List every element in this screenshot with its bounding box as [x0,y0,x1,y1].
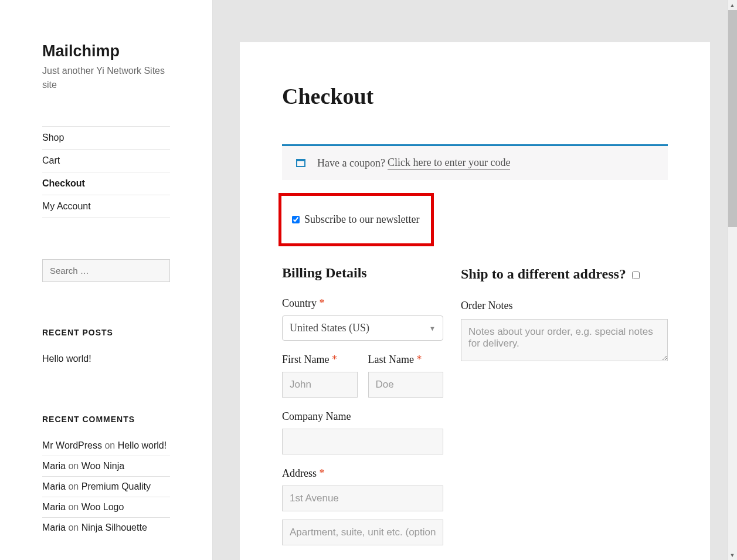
comment-post-link[interactable]: Ninja Silhouette [81,522,147,532]
recent-post-link[interactable]: Hello world! [42,354,91,364]
comment-post-link[interactable]: Woo Ninja [81,461,125,471]
comment-post-link[interactable]: Hello world! [118,440,167,450]
last-name-input[interactable] [368,372,444,398]
country-label: Country * [282,297,443,310]
coupon-text: Have a coupon? [317,157,385,169]
list-item: Maria on Ninja Silhouette [42,518,170,538]
recent-comments-heading: RECENT COMMENTS [42,415,170,424]
comment-on-text: on [66,502,81,512]
list-item: Maria on Premium Quality [42,477,170,497]
address2-input[interactable] [282,520,443,545]
main-area: Checkout Have a coupon? Click here to en… [213,0,737,560]
comment-author-link[interactable]: Mr WordPress [42,440,102,450]
last-name-row: Last Name * [368,354,444,398]
list-item: Maria on Woo Ninja [42,456,170,477]
address-label: Address * [282,467,443,480]
scrollbar-thumb[interactable] [728,10,737,227]
first-name-input[interactable] [282,372,358,398]
comment-author-link[interactable]: Maria [42,502,66,512]
required-asterisk: * [416,354,422,365]
comment-author-link[interactable]: Maria [42,481,66,491]
shipping-column: Ship to a different address? Order Notes [461,265,668,558]
recent-posts-list: Hello world! [42,354,170,369]
search-input[interactable] [42,259,170,282]
ship-different-checkbox[interactable] [632,271,640,279]
country-select[interactable]: United States (US) ▼ [282,315,443,341]
list-item: Maria on Woo Logo [42,497,170,518]
list-item: Mr WordPress on Hello world! [42,440,170,456]
sidebar: Mailchimp Just another Yi Network Sites … [0,0,213,560]
comment-on-text: on [66,481,81,491]
site-title[interactable]: Mailchimp [42,42,170,60]
nav-item-shop[interactable]: Shop [42,133,64,142]
content-card: Checkout Have a coupon? Click here to en… [240,42,710,560]
chevron-down-icon: ▼ [429,325,436,332]
address1-input[interactable] [282,486,443,511]
main-nav: Shop Cart Checkout My Account [42,126,170,218]
comment-post-link[interactable]: Premium Quality [81,481,151,491]
company-input[interactable] [282,429,443,454]
recent-comments-list: Mr WordPress on Hello world! Maria on Wo… [42,440,170,538]
comment-on-text: on [66,461,81,471]
search-box [42,259,170,282]
country-row: Country * United States (US) ▼ [282,297,443,341]
address2-row [282,520,443,545]
scrollbar[interactable]: ▲ ▼ [727,0,737,560]
comment-on-text: on [66,522,81,532]
billing-column: Billing Details Country * United States … [282,265,443,558]
recent-posts-heading: RECENT POSTS [42,328,170,337]
comment-author-link[interactable]: Maria [42,461,66,471]
required-asterisk: * [332,354,337,365]
comment-author-link[interactable]: Maria [42,522,66,532]
required-asterisk: * [320,297,325,309]
comment-post-link[interactable]: Woo Logo [81,502,124,512]
subscribe-highlight: Subscribe to our newsletter [279,193,434,246]
last-name-label: Last Name * [368,354,444,366]
nav-item-checkout[interactable]: Checkout [42,178,85,188]
address-row: Address * [282,467,443,511]
first-name-label: First Name * [282,354,358,366]
checkout-columns: Billing Details Country * United States … [282,265,668,558]
shipping-heading: Ship to a different address? [461,265,668,283]
order-notes-textarea[interactable] [461,319,668,361]
company-row: Company Name [282,410,443,454]
scroll-up-arrow-icon[interactable]: ▲ [728,0,737,10]
order-notes-label: Order Notes [461,300,668,312]
subscribe-row[interactable]: Subscribe to our newsletter [292,213,419,226]
first-name-row: First Name * [282,354,358,398]
required-asterisk: * [320,467,325,479]
comment-on-text: on [102,440,118,450]
subscribe-label: Subscribe to our newsletter [304,213,419,226]
coupon-link[interactable]: Click here to enter your code [388,157,510,169]
billing-heading: Billing Details [282,265,443,281]
page-title: Checkout [282,83,668,109]
nav-item-my-account[interactable]: My Account [42,201,91,211]
nav-item-cart[interactable]: Cart [42,155,60,165]
window-icon [296,159,305,167]
company-label: Company Name [282,410,443,423]
subscribe-checkbox[interactable] [292,216,300,223]
coupon-notice: Have a coupon? Click here to enter your … [282,144,668,180]
country-value: United States (US) [290,322,369,334]
site-tagline: Just another Yi Network Sites site [42,64,170,92]
scroll-down-arrow-icon[interactable]: ▼ [728,550,737,560]
